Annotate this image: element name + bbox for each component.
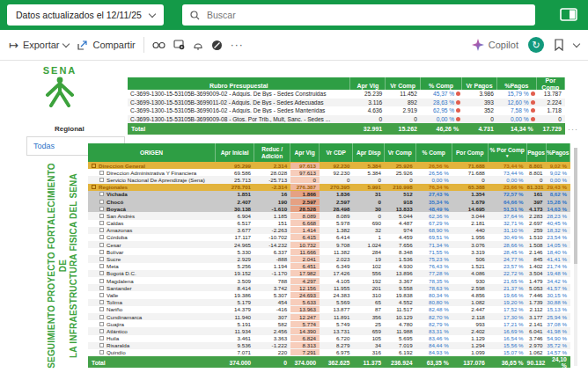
alert-bell-icon[interactable] [193,40,203,50]
column-header[interactable]: % Por Comp▼ [489,143,527,162]
share-button[interactable]: Compartir [77,40,135,51]
table-options-button[interactable]: ··· [568,125,578,134]
table-row[interactable]: Boyacá30.138-1.61028.52828.4983013.83348… [88,205,570,212]
circle-slash-icon[interactable] [211,40,223,51]
cell: -2.314 [254,184,290,190]
column-header[interactable]: %Pagos [547,143,570,162]
table-row[interactable]: Meta5.2561.1946.4516.3491024.93076,43 %1… [88,263,570,270]
expand-icon[interactable] [99,221,104,225]
expand-icon[interactable] [99,286,104,290]
table-row[interactable]: Guajira5.1915825.7745.749254.78082,79 %9… [88,320,570,327]
expand-icon[interactable] [99,207,104,211]
expand-icon[interactable] [99,343,104,347]
export-button[interactable]: ↦ Exportar [9,39,69,52]
table-row[interactable]: Santander8.4143.74212.15611.9552019.5587… [88,284,570,291]
bookmark-icon[interactable] [554,39,564,51]
table-row[interactable]: C-3699-1300-15-53105B-3699009-08 - Gtos.… [128,115,565,124]
table-row[interactable]: Vichada1.851161.8661.8363151227,43 %1.35… [88,191,570,198]
subscribe-icon[interactable] [173,40,185,50]
column-header[interactable]: Apr Inicial [216,143,254,162]
expand-icon[interactable] [99,171,104,175]
table-row[interactable]: Córdoba17.117-10.7026.4156.41414.45969,5… [88,234,570,241]
table-row[interactable]: Bolívar5.3306.33711.66611.3822848.34871,… [88,248,570,255]
table-row[interactable]: Tolima5.1794545.6335.569654.55280,80 %1.… [88,299,570,306]
column-header[interactable]: Vr CDP [320,143,353,162]
expand-icon[interactable] [99,250,104,254]
expand-icon[interactable] [99,307,104,311]
cell: 16,54 % [489,335,527,341]
expand-icon[interactable] [99,322,104,326]
search-input[interactable] [205,9,527,21]
expand-icon[interactable] [99,336,104,340]
table-row[interactable]: C-3699-1300-15-53105B-3699011-02 - Adqui… [128,99,565,107]
table-row[interactable]: Cesar24.965-14.23210.7329.7081.0247.6567… [88,241,570,248]
expand-icon[interactable] [99,243,104,247]
cell: 4.731 [462,126,497,132]
table-row[interactable]: Direccion General95.2992.31497.61392.230… [88,162,570,169]
table-row[interactable]: Valle19.3865.30724.69324.38331019.83880,… [88,291,570,298]
table-row[interactable]: Bogotá D.C.19.152-1.17017.98217.42655613… [88,270,570,277]
more-options-button[interactable]: ··· [231,39,244,51]
search-box[interactable] [182,4,535,26]
scrollbar-thumb[interactable] [574,148,577,264]
table-row[interactable]: Direccion Administrativa Y Financiera69.… [88,169,570,176]
expand-icon[interactable] [99,178,104,182]
column-header[interactable]: Apr Disp [353,143,385,162]
table-row[interactable]: Magdalena3.5097884.2974.1051923.36778,35… [88,277,570,284]
expand-icon[interactable] [99,279,104,283]
expand-icon[interactable] [99,271,104,275]
expand-icon[interactable] [99,257,104,261]
table-row[interactable]: Regionales278.701-2.314276.387270.3955.9… [88,184,570,191]
table-row[interactable]: C-3699-1300-15-53105B-3699016-02 - Adqui… [128,106,565,115]
column-header[interactable]: Apr Vig [290,143,320,162]
table-row[interactable]: Risaralda9.536-1.2228.3138.279347.01984,… [88,342,570,349]
expand-icon[interactable] [99,264,104,268]
table-row[interactable]: Nariño14.379-41613.96313.8778711.51782,4… [88,306,570,313]
cell: 41,57 % [547,285,570,291]
table-row[interactable]: Huila3.4613.3636.8246.7201055.69583,46 %… [88,335,570,342]
data-updated-dropdown[interactable]: Datos actualizados el 12/11/25 [7,4,164,26]
refresh-app-button[interactable]: ↻ [528,37,544,53]
table-row[interactable]: Chocó2.4071902.5972.597091835,34 %1.6796… [88,198,570,205]
expand-icon[interactable] [92,185,96,189]
expand-icon[interactable] [99,228,104,232]
expand-icon[interactable] [99,192,104,196]
expand-icon[interactable] [99,200,104,204]
table-row[interactable]: Atlántico11.9342.45614.39013.73165911.98… [88,327,570,334]
table-row[interactable]: Amazonas3.677-2.2631.4141.3823297468,90 … [88,227,570,234]
expand-icon[interactable] [99,315,104,319]
row-label: Regionales [88,184,216,190]
column-header[interactable]: Reduc / Adición [254,143,290,162]
expand-icon[interactable] [99,214,104,218]
table-row[interactable]: Cundinamarca11.94030712.24711.89135610.1… [88,313,570,320]
table-scrollbar[interactable] [574,148,577,366]
cell: 2.597 [290,199,320,205]
column-header[interactable]: Pagos [527,143,547,162]
column-header[interactable]: ORIGEN [88,143,216,162]
column-header[interactable]: Por Comp [452,143,489,162]
expand-icon[interactable] [92,164,96,168]
expand-icon[interactable] [99,329,104,333]
copilot-button[interactable]: Copilot [472,39,518,51]
glasses-icon[interactable] [152,40,165,49]
expand-icon[interactable] [99,235,104,239]
cell: 5.191 [216,321,254,327]
column-header[interactable]: Vr Comp [385,143,416,162]
chevron-down-icon[interactable] [573,40,580,47]
cell: 259 [527,227,547,233]
table-row[interactable]: Quindío7.0712207.2916.9753166.19284,93 %… [88,349,570,356]
table-row[interactable]: C-3699-1300-15-53105B-3699009-02 - Adqui… [128,90,565,99]
expand-icon[interactable] [99,293,104,297]
panel-toggle-icon[interactable] [560,8,577,21]
table-row[interactable]: Servicio Nacional De Aprendizaje (Sena)2… [88,176,570,183]
cell: 84,93 % [416,349,452,355]
cell: 918 [385,199,416,205]
cell: -888 [254,256,290,262]
column-header[interactable]: % Comp [416,143,452,162]
expand-icon[interactable] [99,350,104,354]
expand-icon[interactable] [99,300,104,304]
table-row[interactable]: Sucre2.929-8882.0412.023191.53675,23 %50… [88,255,570,262]
table-row[interactable]: San Andrés6.9041.1858.0898.08905.04462,3… [88,212,570,219]
cell: 71.688 [452,170,489,176]
table-row[interactable]: Caldas6.5171516.6685.9786904.48767,29 %2… [88,220,570,227]
